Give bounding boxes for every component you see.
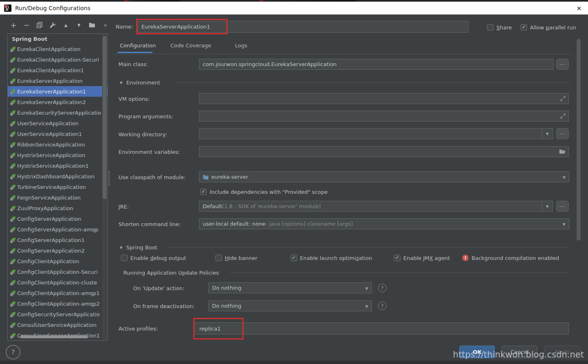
create-folder-button[interactable] [87,20,96,29]
more-toolbar-actions-button[interactable]: » [101,20,110,29]
config-list-item[interactable]: TurbineServiceApplication [8,182,107,192]
expand-field-icon[interactable] [560,96,566,101]
environment-section-header[interactable]: ▼Environment [120,80,160,86]
config-list-item[interactable]: HystrixServiceApplication [8,150,107,160]
close-icon[interactable]: ✕ [575,4,583,13]
spring-boot-icon [9,226,16,233]
config-name: HystrixServiceApplication1 [17,163,89,169]
config-name: ConfigServerApplication-amqp [17,226,98,233]
config-list-item[interactable]: ConfigClientApplication [8,256,107,266]
sidebar-horizontal-scrollbar-thumb[interactable] [20,335,88,338]
config-list-item[interactable]: EurekaServerApplication2 [8,97,107,107]
spring-boot-icon [9,131,16,138]
config-list-item[interactable]: ConfigServerApplication2 [8,245,107,256]
selected-tab-indicator [118,52,152,53]
active-profiles-input[interactable]: replica1 [193,322,569,335]
config-name: EurekaSecurityServerApplicatio [17,110,101,116]
spring-boot-icon [9,120,16,127]
config-list-item[interactable]: EurekaClientApplication1 [8,65,107,75]
splitter-handle[interactable] [109,171,110,186]
spring-boot-section-header[interactable]: ▼Spring Boot [120,244,157,251]
copy-configuration-button[interactable] [35,20,44,29]
config-list-item[interactable]: UserServiceApplication1 [8,129,107,139]
chevron-down-icon: ▼ [563,175,566,180]
tab-code-coverage[interactable]: Code Coverage [170,42,211,49]
sidebar-scrollbar-thumb[interactable] [103,36,107,199]
browse-folder-icon[interactable] [559,149,566,154]
config-list-item[interactable]: EurekaClientApplication [8,44,107,54]
main-class-browse-button[interactable]: ... [556,59,569,70]
jre-combobox[interactable]: Default (1.8 - SDK of 'eureka-server' mo… [199,201,553,212]
config-name: ConfigServerApplication [17,216,81,222]
spring-boot-icon [9,173,16,180]
apply-button[interactable]: Apply [544,346,580,358]
provided-scope-checkbox[interactable]: ✓ [200,189,207,195]
dialog-help-button[interactable]: ? [6,345,20,360]
wrench-icon [49,22,56,28]
copy-icon [36,22,43,28]
checkmark-icon: ✓ [201,189,206,194]
add-configuration-button[interactable]: + [9,20,18,29]
config-list-item[interactable]: EurekaServerApplication1 [8,86,107,97]
jre-value: Default [203,203,222,209]
classpath-module-combobox[interactable]: eureka-server ▼ [199,171,569,182]
help-icon[interactable]: ? [378,302,387,310]
enable-jmx-agent-checkbox[interactable]: ✓ [394,255,400,261]
working-directory-input[interactable]: ▼ [199,128,553,139]
enable-jmx-agent-label: Enable JMX agent [403,255,450,261]
help-icon[interactable]: ? [378,284,387,292]
config-list-item[interactable]: EurekaSecurityServerApplicatio [8,107,107,118]
working-directory-dropdown[interactable]: ▼ [542,129,552,139]
on-frame-deactivation-combobox[interactable]: Do nothing ▼ [208,300,372,311]
remove-configuration-button[interactable]: − [22,20,31,29]
environment-variables-input[interactable] [199,146,569,157]
config-list-item[interactable]: ConfigSecurityServerApplicatio [8,309,107,320]
tab-configuration[interactable]: Configuration [120,42,156,49]
main-class-input[interactable]: com.jourwon.springcloud.EurekaServerAppl… [199,59,554,70]
config-list-item[interactable]: HystrixDashboardApplication [8,171,107,182]
config-list-item[interactable]: HystrixServiceApplication1 [8,160,107,171]
move-down-button[interactable]: ▼ [74,20,83,29]
program-arguments-input[interactable] [199,111,569,122]
edit-configuration-button[interactable] [48,20,57,29]
allow-parallel-run-checkbox[interactable]: ✓ [521,24,527,31]
config-list-item[interactable]: ConfigClientApplication-amqp1 [8,288,107,298]
enable-debug-output-checkbox[interactable] [121,255,127,261]
enable-launch-optimization-checkbox[interactable]: ✓ [291,255,297,261]
config-list-item[interactable]: ConfigServerApplication1 [8,235,107,245]
hide-banner-checkbox[interactable] [215,255,222,261]
ok-button[interactable]: OK [459,346,495,358]
config-list-item[interactable]: FeignServiceApplication [8,192,107,203]
spring-boot-icon [9,109,16,116]
tab-logs[interactable]: Logs [235,42,247,49]
on-update-action-combobox[interactable]: Do nothing ▼ [208,282,372,293]
config-name: RibbonServiceApplication [17,142,85,148]
config-list-item[interactable]: ConsulUserServiceApplication [8,320,107,330]
expand-field-icon[interactable] [560,113,566,119]
config-list-item[interactable]: ConfigClientApplication-Securi [8,266,107,277]
cancel-button[interactable]: Cancel [502,346,537,358]
share-checkbox[interactable] [487,24,494,31]
sidebar-group-header: Spring Boot [8,34,107,44]
plus-icon: + [10,21,16,29]
shorten-command-line-combobox[interactable]: user-local default: none - java [options… [199,218,569,229]
config-list-item[interactable]: UserServiceApplication [8,118,107,129]
working-directory-browse-button[interactable]: ... [556,128,569,139]
arrow-down-icon: ▼ [77,23,80,27]
config-list-item[interactable]: RibbonServiceApplication [8,139,107,150]
jre-browse-button[interactable]: ... [556,201,569,212]
config-name: FeignServiceApplication [17,195,81,201]
config-name: ConfigClientApplication [17,258,79,264]
config-list-item[interactable]: ConfigClientApplication-amqp2 [8,298,107,309]
config-list-item[interactable]: ZuulProxyApplication [8,203,107,213]
config-list-item[interactable]: EurekaServerApplication [8,75,107,86]
move-up-button[interactable]: ▲ [61,20,70,29]
main-scrollbar-thumb[interactable] [577,39,581,241]
config-list-item[interactable]: ConfigClientApplication-cluste [8,277,107,288]
config-list-item[interactable]: EurekaClientApplication-Securi [8,54,107,65]
jre-dropdown[interactable]: ▼ [542,201,552,211]
config-list-item[interactable]: ConfigServerApplication-amqp [8,224,107,235]
on-frame-deactivation-label: On frame deactivation: [133,303,195,309]
config-list-item[interactable]: ConfigServerApplication [8,213,107,224]
vm-options-input[interactable] [199,93,569,104]
